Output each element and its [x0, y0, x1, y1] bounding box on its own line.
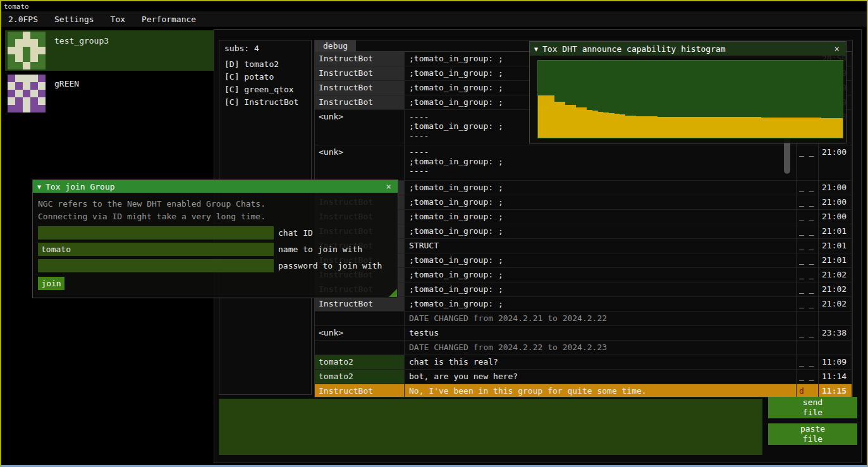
chat-id-label: chat ID [278, 228, 313, 238]
member-item[interactable]: [C] green_qtox [224, 83, 306, 96]
chat-message-row[interactable]: tomato2 bot, are you new here? _ _ 11:14 [315, 370, 852, 384]
message-flags: _ _ [797, 181, 819, 195]
message-time: 11:14 [819, 370, 852, 384]
chat-message-row[interactable]: <unk> testus _ _ 23:38 [315, 326, 852, 341]
histogram-bar [576, 107, 582, 138]
histogram-bar [805, 118, 810, 138]
menu-item-20fps[interactable]: 2.0FPS [3, 13, 44, 26]
close-icon[interactable]: × [384, 181, 393, 191]
message-text: ;tomato_in_group: ; [405, 253, 797, 268]
histogram-bar [598, 112, 604, 138]
join-info-line: Connecting via ID might take a very long… [38, 210, 393, 223]
histogram-bar [750, 117, 756, 138]
dht-histogram-window: ▼ Tox DHT announce capability histogram … [529, 41, 847, 143]
dht-histogram-title: Tox DHT announce capability histogram [542, 44, 726, 54]
message-text: ;tomato_in_group: ; [405, 282, 797, 297]
dht-histogram-titlebar[interactable]: ▼ Tox DHT announce capability histogram … [530, 42, 846, 56]
histogram-bar [609, 113, 614, 138]
collapse-arrow-icon[interactable]: ▼ [37, 183, 41, 190]
histogram-bar [810, 118, 816, 138]
chat-message-row[interactable]: tomato2 chat is this real? _ _ 11:09 [315, 355, 852, 370]
message-flags: _ _ [797, 355, 819, 370]
member-item[interactable]: [D] tomato2 [224, 58, 306, 71]
histogram-bar [559, 102, 565, 138]
paste-file-button[interactable]: paste file [768, 423, 857, 445]
chat-id-input[interactable] [38, 226, 274, 240]
chat-message-row[interactable]: DATE CHANGED from 2024.2.21 to 2024.2.22 [315, 312, 852, 326]
histogram-bar [788, 118, 794, 138]
histogram-bar [734, 117, 740, 138]
contact-item[interactable]: test_group3 [5, 30, 214, 71]
message-sender: InstructBot [315, 81, 405, 95]
message-text: No, I've been in this group for quite so… [405, 384, 797, 397]
message-time: 11:15 [819, 384, 852, 397]
close-icon[interactable]: × [833, 44, 841, 54]
message-text: DATE CHANGED from 2024.2.21 to 2024.2.22 [405, 312, 797, 326]
histogram-bar [783, 118, 788, 138]
chat-message-row[interactable]: InstructBot No, I've been in this group … [315, 384, 852, 397]
send-file-button[interactable]: send file [768, 397, 857, 418]
message-flags: _ _ [797, 195, 819, 210]
message-text: DATE CHANGED from 2024.2.22 to 2024.2.23 [405, 341, 797, 355]
collapse-arrow-icon[interactable]: ▼ [534, 45, 538, 52]
histogram-bar [707, 117, 712, 138]
histogram-bar [767, 118, 773, 138]
histogram-bar [701, 117, 707, 138]
menu-item-performance[interactable]: Performance [136, 13, 202, 26]
message-time: 21:02 [819, 297, 852, 312]
histogram-bar [565, 105, 571, 138]
message-flags: d [797, 384, 819, 397]
histogram-bar [745, 117, 750, 138]
message-flags: _ _ [797, 145, 819, 181]
message-sender: <unk> [315, 326, 405, 341]
message-sender [315, 312, 405, 326]
histogram-bar [603, 112, 609, 138]
histogram-bar [832, 118, 838, 138]
contact-item[interactable]: gREEN [5, 73, 214, 114]
window-titlebar[interactable]: tomato [1, 1, 867, 11]
join-button[interactable]: join [38, 277, 64, 290]
message-flags: _ _ [797, 239, 819, 253]
histogram-bar [674, 117, 680, 138]
join-password-label: password to join with [278, 261, 382, 270]
message-time: 23:38 [819, 326, 852, 341]
histogram-bar [680, 117, 685, 138]
histogram-bar [544, 95, 549, 138]
message-text: ;tomato_in_group: ; [405, 210, 797, 224]
contact-name: test_group3 [54, 32, 109, 71]
message-time: 21:00 [819, 210, 852, 224]
tab-debug[interactable]: debug [315, 40, 356, 52]
histogram-bar [761, 118, 767, 138]
member-item[interactable]: [C] potato [224, 71, 306, 83]
histogram-bar [772, 118, 778, 138]
join-name-input[interactable] [38, 243, 274, 256]
histogram-bar [587, 110, 592, 138]
message-sender: tomato2 [315, 355, 405, 370]
message-time: 21:00 [819, 181, 852, 195]
histogram-bar [712, 117, 718, 138]
resize-grip[interactable] [389, 289, 397, 297]
message-time: 11:09 [819, 355, 852, 370]
message-sender: <unk> [315, 145, 405, 181]
menu-item-settings[interactable]: Settings [49, 13, 100, 26]
message-sender: InstructBot [315, 52, 405, 66]
chat-message-row[interactable]: InstructBot ;tomato_in_group: ; _ _ 21:0… [315, 297, 852, 312]
message-flags: _ _ [797, 253, 819, 268]
join-group-titlebar[interactable]: ▼ Tox join Group × [33, 180, 398, 193]
join-password-input[interactable] [38, 259, 274, 272]
histogram-bar [652, 116, 658, 138]
chat-message-row[interactable]: DATE CHANGED from 2024.2.22 to 2024.2.23 [315, 341, 852, 355]
message-time: 21:01 [819, 253, 852, 268]
histogram-bar [636, 116, 642, 138]
message-input[interactable] [219, 399, 762, 455]
message-flags: _ _ [797, 326, 819, 341]
histogram-bar [826, 118, 832, 138]
chat-message-row[interactable]: <unk> ---- ;tomato_in_group: ; ---- _ _ … [315, 145, 852, 181]
histogram-bar [642, 116, 647, 138]
contact-name: gREEN [54, 75, 79, 114]
message-sender: <unk> [315, 110, 405, 145]
menu-item-tox[interactable]: Tox [105, 13, 131, 26]
member-item[interactable]: [C] InstructBot [224, 96, 306, 109]
histogram-bar [657, 117, 663, 138]
histogram-bar [816, 118, 821, 138]
